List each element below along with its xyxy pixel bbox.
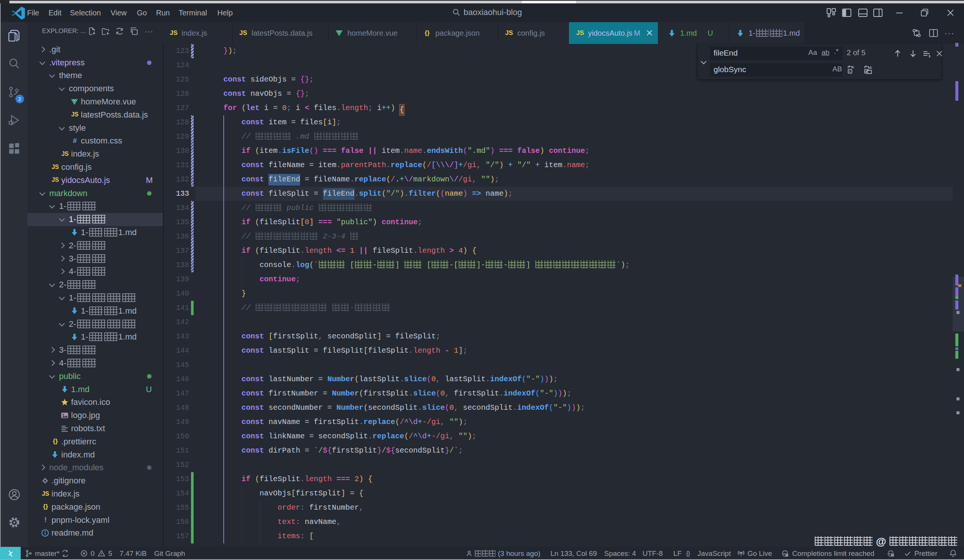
svg-text:c: c	[849, 70, 851, 73]
svg-text:ab: ab	[868, 66, 872, 70]
svg-text:ac: ac	[865, 70, 869, 73]
svg-text:b: b	[852, 65, 854, 69]
